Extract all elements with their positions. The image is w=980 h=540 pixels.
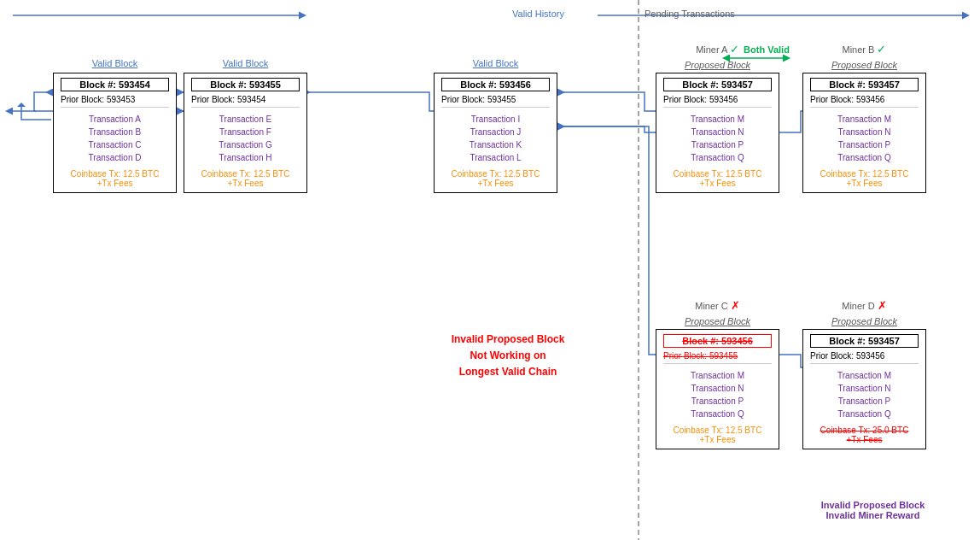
block3-prior: Prior Block: 593455	[441, 95, 550, 108]
block1-left-arrow	[13, 103, 55, 137]
block5-coinbase: Coinbase Tx: 12.5 BTC+Tx Fees	[810, 169, 919, 188]
block5-miner-label: Miner B ✓ Proposed Block	[802, 41, 926, 72]
block1-card: Block #: 593454 Prior Block: 593453 Tran…	[53, 73, 177, 193]
block6-proposed-label: Proposed Block	[685, 316, 750, 326]
svg-marker-6	[17, 103, 26, 107]
block6-coinbase: Coinbase Tx: 12.5 BTC+Tx Fees	[663, 426, 772, 444]
block2-card: Block #: 593455 Prior Block: 593454 Tran…	[184, 73, 307, 193]
invalid-label-2: Invalid Proposed BlockInvalid Miner Rewa…	[802, 500, 943, 520]
miner-c-cross: ✗	[731, 299, 740, 312]
invalid-label-1: Invalid Proposed Block Not Working onLon…	[418, 332, 598, 381]
block1-transactions: Transaction ATransaction BTransaction CT…	[61, 113, 169, 164]
block6-transactions: Transaction MTransaction NTransaction PT…	[663, 369, 772, 420]
block2-coinbase: Coinbase Tx: 12.5 BTC+Tx Fees	[191, 169, 300, 188]
block7-card: Block #: 593457 Prior Block: 593456 Tran…	[802, 329, 926, 449]
block5-proposed-label: Proposed Block	[831, 60, 897, 70]
not-working-label: Not Working onLongest Valid Chain	[459, 349, 557, 378]
block4-number: Block #: 593457	[663, 78, 772, 91]
miner-d-cross: ✗	[878, 299, 887, 312]
block3-label: Valid Block	[434, 58, 557, 68]
block3-number: Block #: 593456	[441, 78, 550, 91]
pending-transactions-label: Pending Transactions	[645, 9, 735, 19]
block6-prior: Prior Block: 593455	[663, 351, 772, 364]
block6-miner-label: Miner C ✗ Proposed Block	[656, 297, 779, 328]
block1-prior: Prior Block: 593453	[61, 95, 169, 108]
block2-label: Valid Block	[184, 58, 307, 68]
block4-coinbase: Coinbase Tx: 12.5 BTC+Tx Fees	[663, 169, 772, 188]
block5-card: Block #: 593457 Prior Block: 593456 Tran…	[802, 73, 926, 193]
block7-number: Block #: 593457	[810, 334, 919, 348]
block7-prior: Prior Block: 593456	[810, 351, 919, 364]
block4-transactions: Transaction MTransaction NTransaction PT…	[663, 113, 772, 164]
block7-coinbase: Coinbase Tx: 25.0 BTC+Tx Fees	[810, 426, 919, 444]
block5-number: Block #: 593457	[810, 78, 919, 91]
block3-coinbase: Coinbase Tx: 12.5 BTC+Tx Fees	[441, 169, 550, 188]
block6-card: Block #: 593456 Prior Block: 593455 Tran…	[656, 329, 779, 449]
block5-transactions: Transaction MTransaction NTransaction PT…	[810, 113, 919, 164]
block7-miner-label: Miner D ✗ Proposed Block	[802, 297, 926, 328]
block3-transactions: Transaction ITransaction JTransaction KT…	[441, 113, 550, 164]
block1-label: Valid Block	[53, 58, 177, 68]
block2-number: Block #: 593455	[191, 78, 300, 91]
block7-proposed-label: Proposed Block	[831, 316, 897, 326]
block3-card: Block #: 593456 Prior Block: 593455 Tran…	[434, 73, 557, 193]
block7-transactions: Transaction MTransaction NTransaction PT…	[810, 369, 919, 420]
both-valid-label: Both Valid	[724, 44, 809, 55]
block1-coinbase: Coinbase Tx: 12.5 BTC+Tx Fees	[61, 169, 169, 188]
diagram-container: Valid History Pending Transactions Valid…	[0, 0, 980, 540]
block2-prior: Prior Block: 593454	[191, 95, 300, 108]
block1-number: Block #: 593454	[61, 78, 169, 91]
block4-card: Block #: 593457 Prior Block: 593456 Tran…	[656, 73, 779, 193]
block2-transactions: Transaction ETransaction FTransaction GT…	[191, 113, 300, 164]
miner-b-check: ✓	[877, 43, 886, 56]
valid-history-label: Valid History	[512, 9, 564, 19]
block4-proposed-label: Proposed Block	[685, 60, 750, 70]
block5-prior: Prior Block: 593456	[810, 95, 919, 108]
block6-number: Block #: 593456	[663, 334, 772, 348]
block4-prior: Prior Block: 593456	[663, 95, 772, 108]
